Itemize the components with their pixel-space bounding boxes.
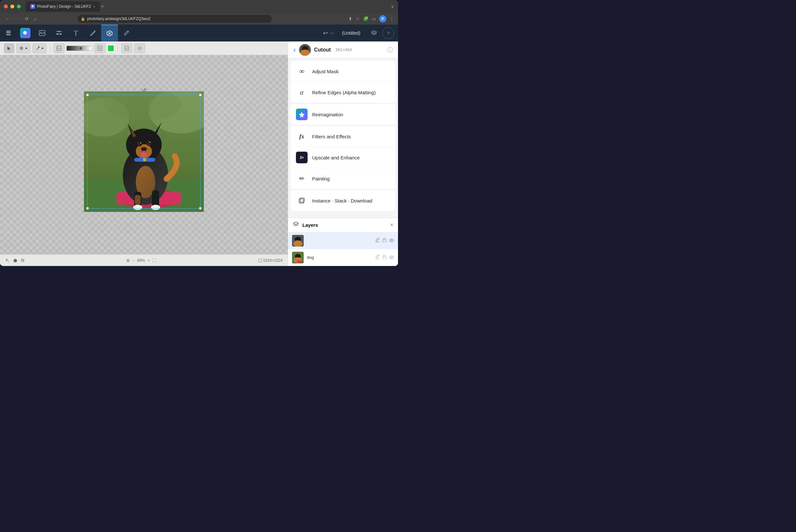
nav-forward-btn[interactable]: → [14, 16, 21, 22]
settings-btn[interactable] [134, 43, 145, 53]
tool-cutout[interactable] [101, 25, 118, 41]
nav-home-btn[interactable]: ⌂ [33, 16, 38, 22]
tool-text[interactable]: T [68, 25, 84, 41]
undo-btn[interactable]: ↩ [323, 30, 328, 37]
canvas-image-container[interactable]: ↺ [84, 91, 204, 212]
svg-point-69 [391, 256, 393, 258]
canvas-area[interactable]: ↺ [0, 55, 288, 254]
svg-point-39 [140, 142, 141, 143]
text-tool-icon: T [74, 29, 78, 37]
redo-btn[interactable]: ↪ [329, 30, 334, 37]
magic-tool-btn[interactable] [33, 43, 47, 53]
filters-effects-item[interactable]: fx Filters and Effects [291, 126, 395, 147]
svg-point-44 [143, 158, 146, 162]
panel-back-btn[interactable]: ‹ [293, 45, 296, 54]
zoom-out-btn[interactable]: − [132, 258, 134, 263]
layer-edit-btn[interactable] [375, 238, 380, 243]
sidebar-toggle-icon[interactable]: ▭ [372, 16, 376, 21]
status-bar: ↖ ⬟ ⧉ ⊞ − 89% + ⛶ 1024×1024 [0, 254, 288, 266]
panel-header: ‹ Cutout 381×454 ⓘ [288, 41, 398, 58]
layer-item-dog[interactable]: dog [288, 249, 398, 266]
profile-btn[interactable]: P [379, 15, 386, 22]
extension-icon[interactable]: 🧩 [363, 16, 368, 21]
brush-tool-btn[interactable] [16, 43, 31, 53]
layer-lock-btn[interactable] [382, 238, 386, 243]
refine-edges-label: Refine Edges (Alpha Matting) [312, 90, 376, 95]
refine-edges-item[interactable]: α Refine Edges (Alpha Matting) [291, 82, 395, 103]
instance-section: Instance · Stack · Download [291, 190, 395, 211]
panel-info-btn[interactable]: ⓘ [387, 46, 393, 54]
opacity-thumb[interactable] [79, 47, 82, 50]
share-icon[interactable]: ⬆ [348, 16, 352, 21]
reimagination-item[interactable]: Reimagination [291, 104, 395, 125]
magnet-tool-icon[interactable]: ⧉ [21, 258, 24, 263]
reimagination-icon [296, 109, 307, 120]
nav-reload-btn[interactable]: ↺ [23, 16, 30, 22]
layer-visibility-btn[interactable] [389, 238, 394, 243]
color-swatch[interactable] [107, 45, 114, 52]
tools-section: fx Filters and Effects 2× Upscale and En… [291, 126, 395, 189]
svg-point-40 [149, 141, 150, 142]
tab-favicon [31, 4, 35, 9]
edit-mask-btn[interactable] [121, 43, 132, 53]
layers-panel: Layers × [288, 218, 398, 266]
mask-icon-btn[interactable] [94, 43, 105, 53]
hamburger-menu-btn[interactable]: ☰ [0, 25, 17, 41]
browser-window: PhotoFairy | Design - 3dLUKFZ × + ∨ ← → … [0, 0, 398, 266]
arrow-tool-icon[interactable]: ↖ [5, 257, 10, 263]
zoom-in-btn[interactable]: + [148, 258, 150, 263]
app-logo[interactable] [17, 25, 34, 41]
layer-name-dog: dog [307, 255, 372, 260]
opacity-track[interactable] [67, 46, 92, 51]
secondary-toolbar [0, 41, 288, 55]
instance-stack-item[interactable]: Instance · Stack · Download [291, 190, 395, 211]
svg-rect-61 [383, 240, 386, 242]
fit-view-btn[interactable]: ⊞ [127, 258, 130, 263]
traffic-light-close[interactable] [4, 4, 8, 8]
layer-dog-lock-btn[interactable] [382, 255, 386, 260]
mask-section: ∞ Adjust Mask α Refine Edges (Alpha Matt… [291, 61, 395, 103]
tab-end-btn[interactable]: ∨ [391, 4, 394, 9]
layer-thumb-cutout [292, 235, 304, 247]
tool-draw[interactable] [84, 25, 101, 41]
app-container: ☰ T [0, 25, 398, 266]
zoom-level: 89% [137, 258, 145, 263]
traffic-light-minimize[interactable] [11, 4, 14, 8]
hamburger-icon: ☰ [6, 30, 11, 37]
layer-dog-edit-btn[interactable] [375, 255, 380, 260]
painting-item[interactable]: ✏ Painting [291, 168, 395, 189]
layers-close-btn[interactable]: × [390, 222, 394, 228]
address-bar[interactable]: 🔒 photofairy.ai/design/3dLUKFZQ3wo2 [77, 15, 272, 23]
nav-back-btn[interactable]: ← [4, 16, 11, 22]
lasso-tool-icon[interactable]: ⬟ [13, 258, 17, 263]
layer-item-cutout[interactable] [288, 232, 398, 249]
active-tab[interactable]: PhotoFairy | Design - 3dLUKFZ × [26, 1, 100, 12]
layers-title: Layers [302, 222, 387, 228]
toolbar-divider-2 [118, 44, 118, 52]
document-title[interactable]: (Untitled) [337, 31, 365, 36]
upscale-icon-text: 2× [300, 155, 304, 159]
fullscreen-btn[interactable]: ⛶ [152, 258, 156, 263]
tab-add-btn[interactable]: + [101, 4, 104, 10]
tab-close-btn[interactable]: × [93, 4, 95, 8]
layers-panel-btn[interactable] [368, 27, 380, 39]
layer-dog-visibility-btn[interactable] [389, 255, 394, 260]
help-btn[interactable]: ? [382, 27, 394, 39]
status-right: 1024×1024 [259, 258, 283, 263]
adjust-mask-item[interactable]: ∞ Adjust Mask [291, 61, 395, 82]
select-tool-btn[interactable] [4, 43, 14, 53]
reimagination-section: Reimagination [291, 104, 395, 125]
traffic-light-fullscreen[interactable] [17, 4, 21, 8]
svg-point-41 [141, 147, 147, 151]
tool-adjust[interactable] [51, 25, 68, 41]
svg-point-2 [40, 32, 41, 33]
tool-image[interactable] [34, 25, 51, 41]
svg-point-47 [133, 205, 142, 210]
opacity-slider[interactable] [67, 46, 92, 51]
undo-redo-group: ↩ ↪ [323, 30, 334, 37]
upscale-enhance-item[interactable]: 2× Upscale and Enhance [291, 147, 395, 168]
bookmark-icon[interactable]: ☆ [356, 16, 360, 21]
image-btn[interactable] [54, 43, 64, 53]
more-options-icon[interactable]: ⋮ [390, 16, 394, 21]
tool-paint[interactable] [118, 25, 135, 41]
